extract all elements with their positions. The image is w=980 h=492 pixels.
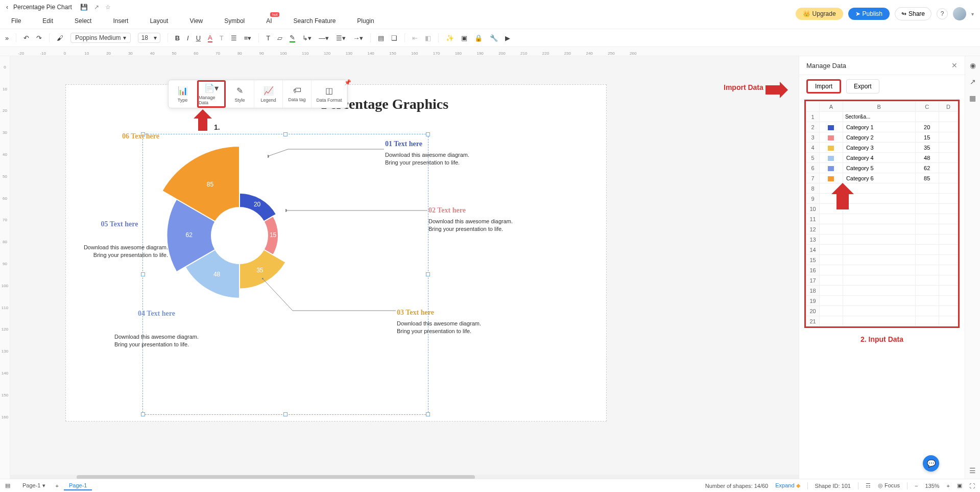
annotation-2-label: 2. Input Data bbox=[799, 335, 965, 343]
arrow-style-button[interactable]: →▾ bbox=[353, 34, 363, 42]
format-painter-icon[interactable]: 🖌 bbox=[57, 34, 63, 42]
star-icon[interactable]: ☆ bbox=[105, 4, 111, 11]
close-panel-button[interactable]: ✕ bbox=[951, 61, 958, 69]
line-spacing-button[interactable]: ≡▾ bbox=[244, 34, 252, 42]
svg-text:15: 15 bbox=[270, 231, 277, 239]
shape-id: Shape ID: 101 bbox=[815, 483, 851, 489]
fit-screen-button[interactable]: ▣ bbox=[957, 482, 962, 489]
save-icon[interactable]: 💾 bbox=[80, 4, 88, 11]
menu-insert[interactable]: Insert bbox=[113, 17, 128, 25]
workspace: 0102030405060708090100110120130140150160… bbox=[0, 56, 980, 480]
underline-button[interactable]: U bbox=[196, 34, 201, 42]
resize-handle[interactable] bbox=[141, 272, 145, 276]
menu-search-feature[interactable]: Search Feature bbox=[294, 17, 336, 25]
titlebar-icons: 💾 ↗ ☆ bbox=[80, 4, 111, 11]
menu-file[interactable]: File bbox=[11, 17, 21, 25]
line-style-button[interactable]: —▾ bbox=[319, 34, 329, 42]
focus-toggle[interactable]: ◎ Focus bbox=[878, 482, 900, 489]
statusbar: ▤ Page-1 ▾ + Page-1 Number of shapes: 14… bbox=[0, 479, 980, 492]
zoom-in-button[interactable]: + bbox=[947, 483, 950, 489]
redo-button[interactable]: ↷ bbox=[36, 34, 42, 42]
resize-handle[interactable] bbox=[283, 412, 288, 416]
undo-button[interactable]: ↶ bbox=[23, 34, 29, 42]
resize-handle[interactable] bbox=[426, 412, 430, 416]
zoom-level[interactable]: 135% bbox=[925, 483, 939, 489]
chart-datatag-button[interactable]: 🏷Data tag bbox=[283, 80, 312, 108]
svg-text:62: 62 bbox=[186, 231, 193, 239]
chart-type-button[interactable]: 📊Type bbox=[169, 80, 197, 108]
rail-grid-icon[interactable]: ▦ bbox=[969, 94, 976, 102]
layers-button[interactable]: ❑ bbox=[391, 34, 397, 42]
resize-handle[interactable] bbox=[141, 412, 145, 416]
svg-text:20: 20 bbox=[254, 201, 261, 208]
lock-button[interactable]: 🔒 bbox=[474, 34, 483, 42]
font-family-select[interactable]: Poppins Medium▾ bbox=[70, 33, 130, 43]
ruler-vertical: 0102030405060708090100110120130140150160 bbox=[0, 56, 10, 480]
page-button[interactable]: ▤ bbox=[378, 34, 384, 42]
manage-data-button[interactable]: 📄▾Manage Data bbox=[197, 80, 226, 108]
line-weight-button[interactable]: ☰▾ bbox=[336, 34, 346, 42]
menu-symbol[interactable]: Symbol bbox=[224, 17, 245, 25]
rail-collapse-icon[interactable]: ☰ bbox=[969, 466, 976, 475]
clear-format-button[interactable]: T bbox=[220, 34, 224, 42]
back-button[interactable]: ‹ bbox=[6, 4, 8, 11]
menu-plugin[interactable]: Plugin bbox=[357, 17, 374, 25]
annotation-1-label: 1. bbox=[214, 123, 220, 131]
bar-chart-icon: 📊 bbox=[178, 86, 188, 96]
connector-button[interactable]: ↳▾ bbox=[302, 34, 312, 42]
text-tool-button[interactable]: T bbox=[266, 34, 270, 42]
data-grid[interactable]: ABCD1Sector&a...2Category 1203Category 2… bbox=[804, 100, 960, 328]
resize-handle[interactable] bbox=[426, 272, 430, 276]
effects-button[interactable]: ✨ bbox=[446, 34, 454, 42]
menu-select[interactable]: Select bbox=[75, 17, 91, 25]
callout-03: 03 Text here Download this awesome diagr… bbox=[397, 309, 481, 336]
fullscreen-button[interactable]: ⛶ bbox=[969, 483, 975, 489]
export-button[interactable]: Export bbox=[846, 79, 879, 93]
import-button[interactable]: Import bbox=[806, 79, 841, 93]
chart-style-button[interactable]: ✎Style bbox=[226, 80, 254, 108]
rail-share-icon[interactable]: ↗ bbox=[970, 78, 976, 86]
crop-button[interactable]: ▣ bbox=[461, 34, 467, 42]
menu-view[interactable]: View bbox=[189, 17, 203, 25]
hot-badge: hot bbox=[270, 12, 279, 17]
page-tab[interactable]: Page-1 bbox=[64, 481, 92, 490]
shape-count: Number of shapes: 14/60 bbox=[705, 483, 769, 489]
pen-color-button[interactable]: ✎ bbox=[290, 34, 295, 42]
page-select[interactable]: Page-1 ▾ bbox=[17, 481, 51, 490]
italic-button[interactable]: I bbox=[187, 34, 189, 42]
font-color-button[interactable]: A bbox=[208, 34, 212, 42]
bold-button[interactable]: B bbox=[175, 34, 180, 42]
group-icon[interactable]: ◧ bbox=[425, 34, 431, 42]
tools-button[interactable]: 🔧 bbox=[490, 34, 498, 42]
rail-fill-icon[interactable]: ◉ bbox=[970, 61, 976, 69]
pages-view-icon[interactable]: ▤ bbox=[5, 482, 10, 489]
chart-toolbar: 📊Type 📄▾Manage Data ✎Style 📈Legend 🏷Data… bbox=[168, 80, 348, 108]
chart-legend-button[interactable]: 📈Legend bbox=[254, 80, 283, 108]
fill-button[interactable]: ▱ bbox=[277, 34, 282, 42]
ruler-horizontal: -20-100102030405060708090100110120130140… bbox=[0, 47, 980, 56]
chat-bubble[interactable]: 💬 bbox=[923, 455, 939, 472]
expand-link[interactable]: Expand ◆ bbox=[775, 482, 800, 489]
present-button[interactable]: ▶ bbox=[505, 34, 510, 42]
add-page-button[interactable]: + bbox=[56, 483, 59, 489]
layers-icon[interactable]: ☶ bbox=[866, 482, 871, 489]
right-rail: ◉ ↗ ▦ ☰ bbox=[965, 56, 980, 480]
panel-title: Manage Data bbox=[806, 62, 846, 69]
annotation-input-arrow bbox=[831, 183, 854, 209]
align-button[interactable]: ☰ bbox=[231, 34, 237, 42]
menu-ai[interactable]: AIhot bbox=[266, 17, 272, 25]
menu-edit[interactable]: Edit bbox=[42, 17, 53, 25]
pin-icon[interactable]: 📌 bbox=[344, 79, 351, 86]
document-title: Percentage Pie Chart bbox=[13, 4, 72, 11]
font-size-select[interactable]: 18▾ bbox=[138, 33, 160, 43]
chart-dataformat-button[interactable]: ◫Data Format bbox=[312, 80, 347, 108]
align-left-icon[interactable]: ⇤ bbox=[412, 34, 418, 42]
zoom-out-button[interactable]: − bbox=[915, 483, 918, 489]
menu-layout[interactable]: Layout bbox=[150, 17, 168, 25]
resize-handle[interactable] bbox=[426, 132, 430, 136]
canvas[interactable]: 📊Type 📄▾Manage Data ✎Style 📈Legend 🏷Data… bbox=[10, 56, 799, 480]
data-sheet-icon: 📄▾ bbox=[204, 83, 219, 93]
svg-point-6 bbox=[268, 155, 269, 158]
expand-panel-icon[interactable]: » bbox=[5, 34, 9, 42]
open-external-icon[interactable]: ↗ bbox=[94, 4, 99, 11]
